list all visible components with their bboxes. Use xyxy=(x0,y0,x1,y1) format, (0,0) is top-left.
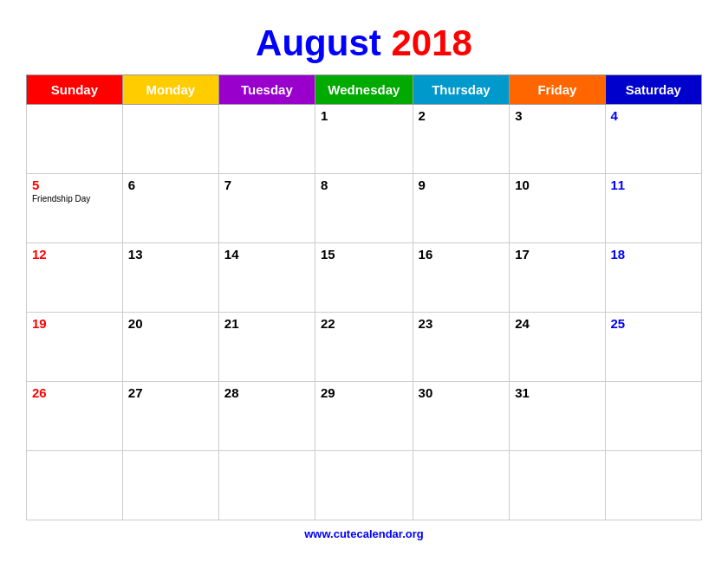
calendar-header-thursday: Thursday xyxy=(413,74,510,104)
calendar-day: 24 xyxy=(510,312,605,381)
calendar-day: 18 xyxy=(605,242,701,312)
calendar-header-saturday: Saturday xyxy=(605,74,701,104)
calendar-day xyxy=(27,450,123,520)
calendar-day: 2 xyxy=(413,104,510,173)
calendar-day xyxy=(122,104,218,173)
calendar-footer: www.cutecalendar.org xyxy=(26,527,702,540)
day-number: 24 xyxy=(515,316,599,331)
day-number: 12 xyxy=(32,247,117,262)
calendar-day: 6 xyxy=(122,173,218,242)
day-number: 6 xyxy=(128,178,213,192)
day-number: 26 xyxy=(32,385,117,400)
day-number: 18 xyxy=(611,247,696,262)
day-number: 19 xyxy=(32,316,117,331)
calendar-day: 23 xyxy=(413,312,510,381)
calendar-year: 2018 xyxy=(391,23,471,63)
calendar-body: 12345Friendship Day678910111213141516171… xyxy=(27,104,702,520)
day-number: 5 xyxy=(32,178,117,192)
day-number: 15 xyxy=(321,247,407,262)
day-number: 17 xyxy=(515,247,599,262)
day-number: 14 xyxy=(224,247,309,262)
calendar-header-friday: Friday xyxy=(510,74,605,104)
calendar-day xyxy=(510,450,605,520)
calendar-day: 9 xyxy=(413,173,510,242)
calendar-header-wednesday: Wednesday xyxy=(315,74,413,104)
calendar-day: 13 xyxy=(122,242,218,312)
calendar-day: 19 xyxy=(27,312,123,381)
calendar-table: SundayMondayTuesdayWednesdayThursdayFrid… xyxy=(26,74,702,520)
calendar-title: August 2018 xyxy=(26,22,702,65)
day-number: 13 xyxy=(128,247,213,262)
day-number: 10 xyxy=(515,178,599,192)
calendar-day xyxy=(605,381,701,450)
calendar-week-6 xyxy=(27,450,702,520)
calendar-day: 7 xyxy=(218,173,315,242)
day-number: 27 xyxy=(128,385,213,400)
day-number: 1 xyxy=(321,108,407,123)
day-number: 8 xyxy=(321,178,407,192)
calendar-day: 8 xyxy=(315,173,413,242)
day-number: 30 xyxy=(419,385,504,400)
calendar-day: 30 xyxy=(413,381,510,450)
calendar-month: August xyxy=(256,23,381,63)
calendar-day: 31 xyxy=(510,381,605,450)
day-number: 2 xyxy=(419,108,504,123)
calendar-day: 12 xyxy=(27,242,123,312)
calendar-day: 11 xyxy=(605,173,701,242)
calendar-day xyxy=(315,450,413,520)
calendar-day: 14 xyxy=(218,242,315,312)
day-number: 31 xyxy=(515,385,599,400)
calendar-day: 1 xyxy=(315,104,413,173)
calendar-day: 26 xyxy=(27,381,123,450)
calendar-header-sunday: Sunday xyxy=(27,74,123,104)
calendar-day: 28 xyxy=(218,381,315,450)
day-number: 3 xyxy=(515,108,599,123)
day-number: 7 xyxy=(224,178,309,192)
calendar-day: 16 xyxy=(413,242,510,312)
calendar-week-1: 1234 xyxy=(27,104,702,173)
calendar-week-4: 19202122232425 xyxy=(27,312,702,381)
day-number: 9 xyxy=(419,178,504,192)
calendar-week-2: 5Friendship Day67891011 xyxy=(27,173,702,242)
calendar-week-3: 12131415161718 xyxy=(27,242,702,312)
calendar-page: August 2018 SundayMondayTuesdayWednesday… xyxy=(17,13,711,548)
day-number: 4 xyxy=(611,108,696,123)
day-number: 29 xyxy=(321,385,407,400)
calendar-day: 17 xyxy=(510,242,605,312)
calendar-day: 15 xyxy=(315,242,413,312)
calendar-day: 22 xyxy=(315,312,413,381)
calendar-day xyxy=(122,450,218,520)
day-number: 21 xyxy=(224,316,309,331)
calendar-day xyxy=(413,450,510,520)
calendar-day xyxy=(218,450,315,520)
day-number: 20 xyxy=(128,316,213,331)
calendar-header-row: SundayMondayTuesdayWednesdayThursdayFrid… xyxy=(27,74,702,104)
calendar-day: 29 xyxy=(315,381,413,450)
calendar-day: 25 xyxy=(605,312,701,381)
day-number: 22 xyxy=(321,316,407,331)
day-number: 23 xyxy=(419,316,504,331)
calendar-day: 3 xyxy=(510,104,605,173)
day-number: 16 xyxy=(419,247,504,262)
calendar-day: 4 xyxy=(605,104,701,173)
calendar-day: 27 xyxy=(122,381,218,450)
day-number: 28 xyxy=(224,385,309,400)
day-number: 25 xyxy=(611,316,696,331)
calendar-day: 10 xyxy=(510,173,605,242)
calendar-day: 21 xyxy=(218,312,315,381)
calendar-header-monday: Monday xyxy=(122,74,218,104)
calendar-day xyxy=(218,104,315,173)
calendar-day xyxy=(27,104,123,173)
calendar-header-tuesday: Tuesday xyxy=(218,74,315,104)
day-number: 11 xyxy=(611,178,696,192)
calendar-day: 20 xyxy=(122,312,218,381)
calendar-day: 5Friendship Day xyxy=(27,173,123,242)
calendar-week-5: 262728293031 xyxy=(27,381,702,450)
day-event: Friendship Day xyxy=(32,194,117,203)
calendar-day xyxy=(605,450,701,520)
